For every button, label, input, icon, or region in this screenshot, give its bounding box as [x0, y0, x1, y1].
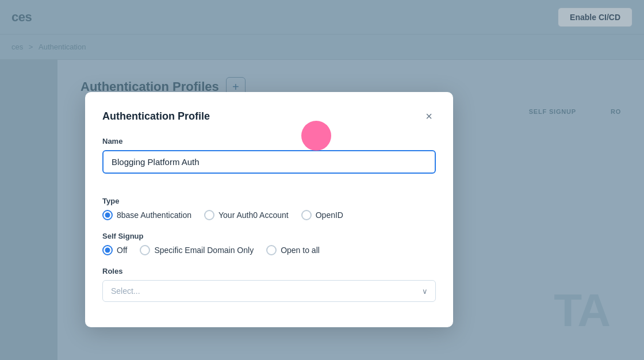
roles-placeholder: Select...: [111, 286, 140, 296]
type-8base-option[interactable]: 8base Authentication: [102, 210, 191, 220]
modal-title: Authentication Profile: [102, 110, 210, 122]
self-signup-radio-group: Off Specific Email Domain Only Open to a…: [102, 245, 436, 255]
name-input[interactable]: [102, 150, 436, 174]
roles-field-section: Roles Select...: [102, 267, 436, 302]
self-signup-field-section: Self Signup Off Specific Email Domain On…: [102, 232, 436, 255]
type-label: Type: [102, 197, 436, 205]
self-signup-off-radio[interactable]: [102, 245, 113, 255]
name-field-section: Name: [102, 137, 436, 185]
type-auth0-label: Your Auth0 Account: [218, 210, 289, 220]
type-field-section: Type 8base Authentication Your Auth0 Acc…: [102, 197, 436, 220]
type-8base-radio[interactable]: [102, 210, 113, 220]
self-signup-specific-radio[interactable]: [140, 245, 150, 255]
self-signup-label: Self Signup: [102, 232, 436, 240]
self-signup-specific-label: Specific Email Domain Only: [154, 246, 254, 255]
type-auth0-radio[interactable]: [204, 210, 214, 220]
type-openid-option[interactable]: OpenID: [301, 210, 343, 220]
self-signup-off-label: Off: [117, 246, 127, 255]
self-signup-specific-option[interactable]: Specific Email Domain Only: [140, 245, 254, 255]
type-8base-label: 8base Authentication: [117, 210, 191, 220]
roles-label: Roles: [102, 267, 436, 275]
modal-overlay: Authentication Profile × Name Type 8base…: [0, 0, 644, 360]
type-radio-group: 8base Authentication Your Auth0 Account …: [102, 210, 436, 220]
self-signup-open-label: Open to all: [281, 246, 320, 255]
roles-select[interactable]: Select...: [102, 280, 436, 302]
type-openid-radio[interactable]: [301, 210, 312, 220]
name-label: Name: [102, 137, 436, 145]
authentication-profile-modal: Authentication Profile × Name Type 8base…: [85, 92, 453, 327]
self-signup-open-option[interactable]: Open to all: [266, 245, 320, 255]
self-signup-off-option[interactable]: Off: [102, 245, 127, 255]
modal-header: Authentication Profile ×: [102, 109, 436, 123]
type-auth0-option[interactable]: Your Auth0 Account: [204, 210, 289, 220]
self-signup-open-radio[interactable]: [266, 245, 277, 255]
type-openid-label: OpenID: [316, 210, 343, 220]
roles-select-wrapper: Select...: [102, 280, 436, 302]
modal-close-button[interactable]: ×: [422, 109, 436, 123]
